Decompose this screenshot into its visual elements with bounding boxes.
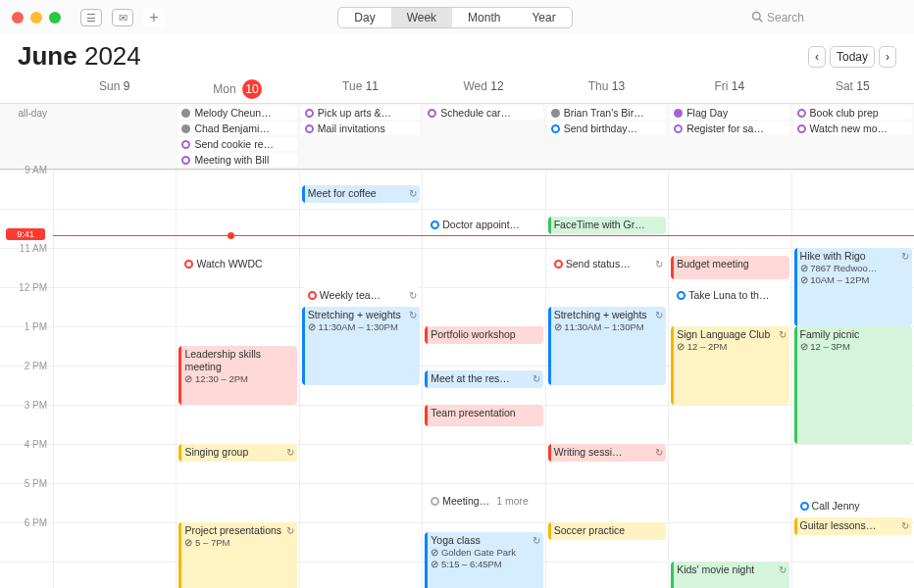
calendar-event[interactable]: Weekly tea…↻: [302, 287, 420, 305]
view-day[interactable]: Day: [338, 8, 390, 27]
allday-col-0: [53, 104, 176, 169]
allday-event[interactable]: Meeting with Bill: [178, 153, 296, 167]
event-marker-icon: [428, 109, 436, 118]
hour-label: 3 PM: [25, 400, 47, 411]
calendar-event[interactable]: Send status…↻: [548, 256, 666, 273]
event-ring-icon: [554, 260, 563, 269]
now-indicator: [53, 235, 914, 236]
calendar-event[interactable]: Stretching + weights⊘ 11:30AM – 1:30PM↻: [302, 307, 420, 385]
event-ring-icon: [677, 291, 686, 300]
day-header-fri[interactable]: Fri 14: [668, 74, 790, 103]
day-col-fri[interactable]: Budget meetingTake Luna to th…Sign Langu…: [668, 170, 790, 588]
calendar-event[interactable]: Portfolio workshop: [425, 326, 542, 344]
day-col-sat[interactable]: Hike with Rigo⊘ 7867 Redwoo…⊘ 10AM – 12P…: [791, 170, 914, 588]
allday-event[interactable]: Mail invitations: [301, 122, 420, 135]
recurring-icon: ↻: [901, 520, 909, 533]
calendar-event[interactable]: Leadership skills meeting⊘ 12:30 – 2PM: [178, 346, 296, 405]
day-col-thu[interactable]: FaceTime with Gr…Send status…↻Stretching…: [545, 170, 668, 588]
calendar-event[interactable]: FaceTime with Gr…: [548, 217, 666, 234]
add-event-icon[interactable]: +: [143, 9, 165, 26]
minimize-window[interactable]: [30, 12, 42, 24]
calendar-event[interactable]: Project presentations⊘ 5 – 7PM↻: [178, 522, 296, 588]
day-header-sun[interactable]: Sun 9: [53, 74, 176, 103]
recurring-icon: ↻: [655, 310, 663, 322]
event-marker-icon: [797, 124, 806, 133]
allday-event[interactable]: Register for sa…: [670, 122, 788, 135]
calendar-event[interactable]: Sign Language Club⊘ 12 – 2PM↻: [671, 326, 788, 405]
calendar-event[interactable]: Family picnic⊘ 12 – 3PM: [794, 326, 912, 444]
event-marker-icon: [797, 109, 806, 118]
allday-event[interactable]: Send cookie re…: [178, 137, 296, 151]
svg-line-1: [759, 19, 762, 22]
calendar-event[interactable]: Writing sessi…↻: [548, 444, 666, 462]
calendar-event[interactable]: Meeting…1 more: [425, 493, 542, 511]
calendar-event[interactable]: Watch WWDC: [178, 256, 296, 273]
day-header-wed[interactable]: Wed 12: [422, 74, 544, 103]
week-grid: 9 AM11 AM12 PM1 PM2 PM3 PM4 PM5 PM6 PM W…: [0, 170, 914, 588]
day-header-thu[interactable]: Thu 13: [545, 74, 668, 103]
next-week-button[interactable]: ›: [879, 46, 896, 68]
titlebar: ☰ ✉ + Day Week Month Year Search: [0, 0, 914, 35]
day-header-mon[interactable]: Mon 10: [176, 74, 298, 103]
allday-event[interactable]: Book club prep: [793, 106, 912, 120]
recurring-icon: ↻: [409, 188, 417, 201]
calendar-event[interactable]: Soccer practice: [548, 522, 666, 540]
calendar-event[interactable]: Budget meeting: [671, 256, 788, 279]
allday-event[interactable]: Schedule car…: [424, 106, 542, 120]
day-header-tue[interactable]: Tue 11: [299, 74, 422, 103]
allday-event[interactable]: Melody Cheun…: [178, 106, 296, 120]
event-marker-icon: [674, 109, 683, 118]
today-button[interactable]: Today: [830, 46, 875, 68]
calendar-event[interactable]: Meet at the res…↻: [425, 370, 542, 388]
recurring-icon: ↻: [779, 329, 787, 342]
calendar-event[interactable]: Singing group↻: [178, 444, 296, 462]
event-marker-icon: [181, 140, 190, 149]
day-col-tue[interactable]: Meet for coffee↻Weekly tea…↻Stretching +…: [299, 170, 422, 588]
calendar-event[interactable]: Yoga class⊘ Golden Gate Park⊘ 5:15 – 6:4…: [425, 532, 542, 588]
calendar-event[interactable]: Kids' movie night↻: [671, 562, 788, 588]
allday-event[interactable]: Send birthday…: [547, 122, 666, 135]
close-window[interactable]: [12, 12, 24, 24]
event-marker-icon: [551, 109, 560, 118]
inbox-icon[interactable]: ✉: [112, 9, 133, 26]
calendars-sidebar-icon[interactable]: ☰: [80, 9, 102, 26]
event-ring-icon: [800, 502, 809, 511]
day-col-sun[interactable]: [53, 170, 176, 588]
event-marker-icon: [181, 109, 190, 118]
event-marker-icon: [181, 124, 190, 133]
allday-event[interactable]: Brian Tran's Bir…: [547, 106, 666, 120]
view-month[interactable]: Month: [452, 8, 516, 27]
calendar-event[interactable]: Stretching + weights⊘ 11:30AM – 1:30PM↻: [548, 307, 666, 385]
allday-event[interactable]: Pick up arts &…: [301, 106, 420, 120]
search-icon: [751, 11, 763, 25]
view-week[interactable]: Week: [391, 8, 452, 27]
event-marker-icon: [181, 156, 190, 165]
calendar-event[interactable]: Meet for coffee↻: [302, 185, 420, 203]
view-switcher: Day Week Month Year: [337, 7, 572, 28]
hour-label: 2 PM: [25, 361, 47, 371]
page-title: June 2024: [18, 41, 141, 72]
allday-event[interactable]: Flag Day: [670, 106, 788, 120]
day-col-mon[interactable]: Watch WWDCLeadership skills meeting⊘ 12:…: [176, 170, 298, 588]
search-field[interactable]: Search: [745, 8, 902, 27]
calendar-event[interactable]: Take Luna to th…: [671, 287, 788, 305]
zoom-window[interactable]: [49, 12, 61, 24]
allday-col-5: Flag DayRegister for sa…: [668, 104, 790, 169]
calendar-event[interactable]: Call Jenny: [794, 498, 912, 515]
recurring-icon: ↻: [409, 290, 417, 303]
calendar-event[interactable]: Hike with Rigo⊘ 7867 Redwoo…⊘ 10AM – 12P…: [794, 248, 912, 326]
allday-event[interactable]: Watch new mo…: [793, 122, 912, 135]
day-header-sat[interactable]: Sat 15: [791, 74, 914, 103]
recurring-icon: ↻: [533, 535, 540, 548]
recurring-icon: ↻: [901, 251, 909, 264]
calendar-event[interactable]: Doctor appoint…: [425, 217, 542, 234]
allday-event[interactable]: Chad Benjami…: [178, 122, 296, 135]
day-col-wed[interactable]: Doctor appoint…Portfolio workshopMeet at…: [422, 170, 544, 588]
allday-label: all-day: [0, 104, 53, 169]
svg-point-0: [753, 12, 761, 20]
recurring-icon: ↻: [533, 373, 540, 386]
calendar-event[interactable]: Team presentation: [425, 405, 542, 426]
prev-week-button[interactable]: ‹: [808, 46, 826, 68]
view-year[interactable]: Year: [516, 8, 571, 27]
calendar-event[interactable]: Guitar lessons…↻: [794, 517, 912, 535]
